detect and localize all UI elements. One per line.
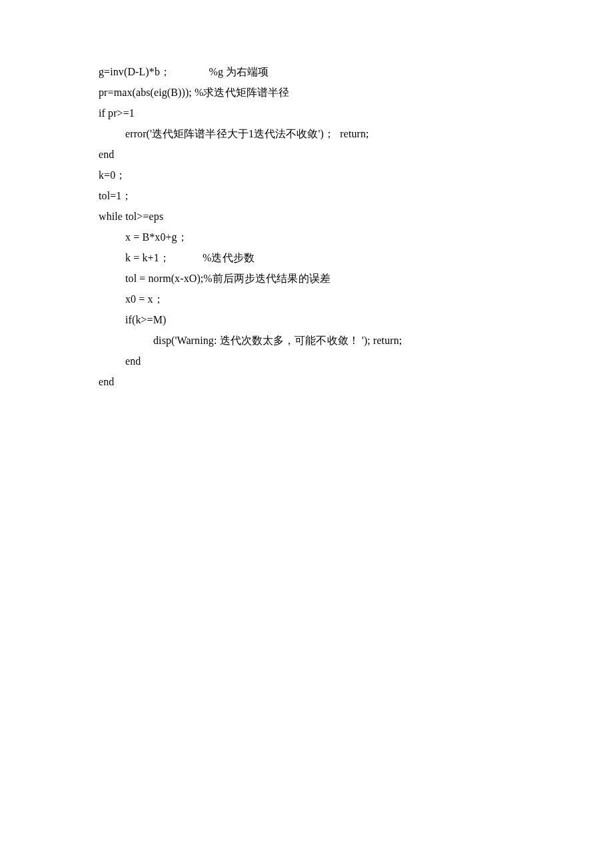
code-line: if pr>=1 — [99, 103, 520, 123]
code-line: g=inv(D-L)*b； %g 为右端项 — [99, 61, 520, 82]
code-line: while tol>=eps — [99, 206, 520, 227]
code-line: tol=1； — [99, 185, 520, 206]
document-page: g=inv(D-L)*b； %g 为右端项 pr=max(abs(eig(B))… — [0, 0, 613, 392]
code-line: end — [99, 371, 520, 392]
code-line: k = k+1； %迭代步数 — [99, 247, 520, 268]
code-line: error('迭代矩阵谱半径大于1迭代法不收敛')； return; — [99, 123, 520, 144]
code-line: end — [99, 144, 520, 165]
code-line: x = B*x0+g； — [99, 227, 520, 247]
code-line: disp('Warning: 迭代次数太多，可能不收敛！ '); return; — [99, 330, 520, 351]
code-line: k=0； — [99, 165, 520, 185]
code-line: x0 = x； — [99, 289, 520, 309]
code-line: end — [99, 351, 520, 371]
code-line: if(k>=M) — [99, 309, 520, 330]
code-line: pr=max(abs(eig(B))); %求迭代矩阵谱半径 — [99, 82, 520, 103]
code-line: tol = norm(x-xO);%前后两步迭代结果的误差 — [99, 268, 520, 289]
